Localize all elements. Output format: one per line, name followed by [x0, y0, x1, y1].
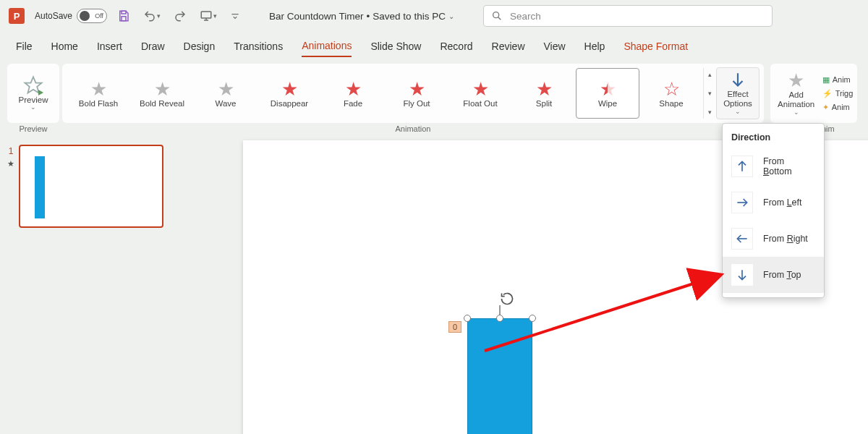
anim-float-out[interactable]: ★ Float Out: [448, 68, 512, 119]
tab-review[interactable]: Review: [492, 36, 525, 56]
add-animation-button[interactable]: ★ Add Animation ⌄: [775, 67, 818, 119]
star-icon: ★: [279, 79, 299, 99]
anim-label: Disappear: [271, 99, 308, 108]
group-animation: ★ Bold Flash ★ Bold Reveal ★ Wave ★ Disa…: [62, 64, 764, 133]
search-input[interactable]: Search: [483, 5, 773, 27]
tab-record[interactable]: Record: [440, 36, 472, 56]
gallery-scroll-down[interactable]: ▾: [708, 90, 712, 97]
qat-overflow-icon[interactable]: [230, 11, 240, 21]
toggle-switch[interactable]: Off: [77, 9, 107, 23]
save-icon[interactable]: [117, 9, 130, 22]
svg-marker-7: [38, 90, 43, 95]
trigger-button[interactable]: ⚡Trigg: [822, 89, 854, 98]
preview-button[interactable]: Preview ⌄: [12, 67, 55, 119]
chevron-down-icon: ⌄: [735, 109, 741, 116]
title-bar: P AutoSave Off ▾ ▾ Bar Countdown Timer •…: [0, 0, 868, 32]
animation-order-tag[interactable]: 0: [448, 321, 461, 333]
autosave-toggle[interactable]: AutoSave Off: [35, 9, 107, 23]
group-label-preview: Preview: [19, 123, 47, 133]
toggle-state: Off: [95, 12, 103, 20]
autosave-label: AutoSave: [35, 11, 72, 21]
painter-icon: ✦: [822, 103, 829, 112]
redo-icon[interactable]: [174, 9, 187, 22]
tab-animations[interactable]: Animations: [302, 35, 352, 57]
anim-disappear[interactable]: ★ Disappear: [258, 68, 321, 119]
thumbnail-image[interactable]: [19, 145, 163, 228]
arrow-down-icon: [728, 71, 747, 90]
arrow-right-icon: [731, 192, 753, 213]
anim-label: Wave: [216, 99, 237, 108]
star-plus-icon: ★: [786, 70, 807, 90]
tab-draw[interactable]: Draw: [141, 36, 165, 56]
anim-bold-flash[interactable]: ★ Bold Flash: [67, 68, 130, 119]
arrow-down-icon: [731, 264, 753, 286]
tab-design[interactable]: Design: [184, 36, 216, 56]
gallery-expand[interactable]: ▾: [708, 109, 712, 116]
direction-label: From Right: [763, 234, 808, 244]
resize-handle-ne[interactable]: [529, 315, 536, 322]
thumbnail-shape: [35, 156, 45, 218]
slide-thumbnail-1[interactable]: 1 ★: [7, 145, 174, 228]
arrow-left-icon: [731, 228, 753, 250]
anim-label: Bold Flash: [79, 99, 118, 108]
undo-icon[interactable]: ▾: [143, 9, 161, 22]
animation-painter-button[interactable]: ✦Anim: [822, 103, 854, 112]
tab-slideshow[interactable]: Slide Show: [370, 36, 421, 56]
anim-label: Shape: [659, 99, 683, 108]
direction-label: From Bottom: [763, 156, 815, 176]
document-title[interactable]: Bar Countdown Timer • Saved to this PC ⌄: [269, 11, 454, 22]
direction-from-top[interactable]: From Top: [723, 257, 824, 293]
tab-home[interactable]: Home: [51, 36, 78, 56]
thumb-meta: 1 ★: [7, 145, 14, 228]
ribbon: Preview ⌄ Preview ★ Bold Flash ★ Bold Re…: [0, 61, 868, 133]
adv-label: Anim: [833, 75, 851, 84]
adv-label: Trigg: [835, 89, 854, 98]
effect-options-button[interactable]: Effect Options ⌄: [716, 67, 760, 119]
anim-label: Fade: [344, 99, 362, 108]
anim-label: Bold Reveal: [140, 99, 184, 108]
tab-help[interactable]: Help: [584, 36, 605, 56]
direction-from-left[interactable]: From Left: [723, 184, 824, 221]
chevron-down-icon: ⌄: [793, 109, 799, 116]
app-icon: P: [9, 8, 25, 24]
tab-shape-format[interactable]: Shape Format: [624, 36, 688, 56]
svg-rect-2: [201, 12, 211, 18]
star-icon: ★: [216, 79, 236, 99]
animation-gallery: ★ Bold Flash ★ Bold Reveal ★ Wave ★ Disa…: [67, 68, 716, 119]
anim-wipe[interactable]: ★ Wipe: [576, 68, 639, 119]
resize-handle-n[interactable]: [496, 315, 503, 322]
resize-handle-nw[interactable]: [464, 315, 471, 322]
arrow-up-icon: [731, 156, 753, 177]
doc-name: Bar Countdown Timer: [269, 11, 364, 22]
animation-pane-button[interactable]: ▦Anim: [822, 75, 854, 85]
effect-options-dropdown: Direction From Bottom From Left From Rig…: [722, 123, 825, 298]
slideshow-icon[interactable]: ▾: [200, 9, 217, 22]
gallery-scroll: ▴ ▾ ▾: [703, 68, 716, 119]
anim-label: Fly Out: [403, 99, 430, 108]
selected-rectangle-shape[interactable]: [467, 318, 532, 434]
anim-wave[interactable]: ★ Wave: [194, 68, 258, 119]
rotate-handle-icon[interactable]: [500, 292, 514, 306]
anim-shape[interactable]: ☆ Shape: [639, 68, 703, 119]
group-label-animation: Animation: [396, 123, 431, 133]
tab-file[interactable]: File: [16, 36, 33, 56]
gallery-scroll-up[interactable]: ▴: [708, 71, 712, 78]
add-animation-label: Add Animation: [775, 90, 818, 109]
has-animation-icon: ★: [7, 159, 14, 169]
direction-label: From Top: [763, 270, 801, 280]
svg-rect-1: [122, 17, 126, 21]
ribbon-tabs: File Home Insert Draw Design Transitions…: [0, 32, 868, 61]
quick-access-toolbar: ▾ ▾: [117, 9, 240, 22]
direction-from-right[interactable]: From Right: [723, 221, 824, 257]
anim-split[interactable]: ★ Split: [512, 68, 576, 119]
search-placeholder: Search: [510, 11, 541, 22]
tab-insert[interactable]: Insert: [97, 36, 122, 56]
anim-bold-reveal[interactable]: ★ Bold Reveal: [130, 68, 194, 119]
anim-fade[interactable]: ★ Fade: [321, 68, 385, 119]
slide-thumbnail-panel: 1 ★: [0, 133, 181, 434]
chevron-down-icon: ⌄: [30, 104, 36, 111]
direction-from-bottom[interactable]: From Bottom: [723, 148, 824, 184]
tab-view[interactable]: View: [544, 36, 566, 56]
anim-fly-out[interactable]: ★ Fly Out: [385, 68, 448, 119]
tab-transitions[interactable]: Transitions: [234, 36, 283, 56]
